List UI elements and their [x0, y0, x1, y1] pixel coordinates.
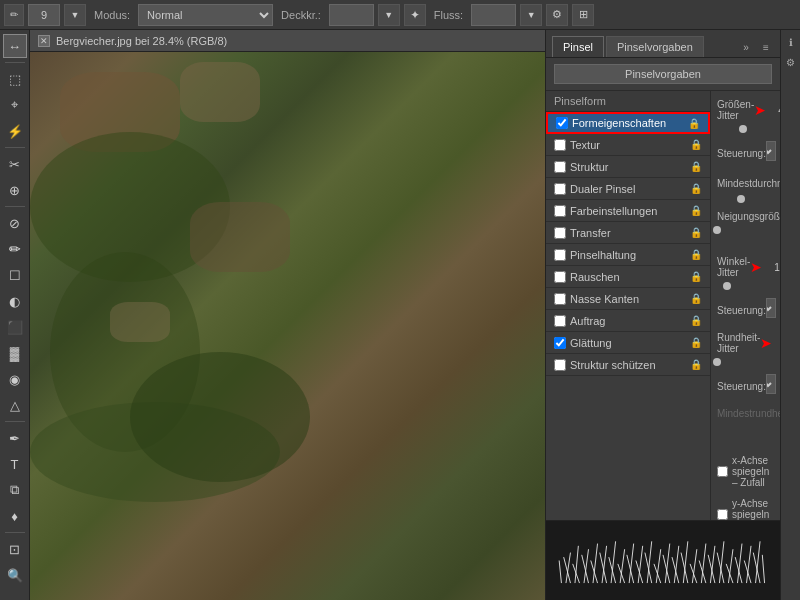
svg-line-38	[726, 564, 733, 583]
tab-pinselvorgaben[interactable]: Pinselvorgaben	[606, 36, 704, 57]
mindestrundheit-label: Mindestrundheit	[717, 408, 780, 419]
brush-preset-btn[interactable]: ✏	[4, 4, 24, 26]
checkbox-y-achse[interactable]	[717, 509, 728, 520]
blur-tool-btn[interactable]: ◉	[3, 367, 27, 391]
option-farbeinstellungen[interactable]: Farbeinstellungen 🔒	[546, 200, 710, 222]
svg-line-39	[737, 544, 742, 584]
checkbox-x-achse[interactable]	[717, 466, 728, 477]
checkbox-rauschen[interactable]	[554, 271, 566, 283]
steuerung1-select[interactable]: Zeichenstift-Druck Aus Verblassen	[766, 141, 776, 161]
svg-line-25	[674, 546, 679, 583]
option-glaettung[interactable]: Glättung 🔒	[546, 332, 710, 354]
label-rauschen: Rauschen	[570, 271, 686, 283]
path-select-btn[interactable]: ⧉	[3, 478, 27, 502]
brush-tool-btn[interactable]: ✏	[3, 237, 27, 261]
fluss-input[interactable]: 100%	[471, 4, 516, 26]
steuerung2-row: Steuerung: Aus Zeichenstift-Druck	[717, 298, 774, 322]
view-tool-btn[interactable]: ⊡	[3, 537, 27, 561]
option-struktur[interactable]: Struktur 🔒	[546, 156, 710, 178]
canvas-close-btn[interactable]: ✕	[38, 35, 50, 47]
eraser-tool-btn[interactable]: ⬛	[3, 315, 27, 339]
checkbox-transfer[interactable]	[554, 227, 566, 239]
svg-line-17	[638, 546, 643, 583]
x-achse-row: x-Achse spiegeln – Zufall	[717, 455, 774, 488]
option-formeigenschaften[interactable]: Formeigenschaften 🔒	[546, 112, 710, 134]
svg-line-26	[672, 557, 679, 583]
svg-line-41	[747, 546, 752, 583]
checkbox-struktur[interactable]	[554, 161, 566, 173]
canvas-title-bar: ✕ Bergviecher.jpg bei 28.4% (RGB/8)	[30, 30, 545, 52]
y-achse-row: y-Achse spiegeln – Zufall	[717, 498, 774, 520]
healing-tool-btn[interactable]: ⊘	[3, 211, 27, 235]
pinselvorgaben-btn[interactable]: Pinselvorgaben	[554, 64, 772, 84]
toolbar-separator-5	[5, 532, 25, 533]
checkbox-struktur-schuetzen[interactable]	[554, 359, 566, 371]
svg-line-34	[708, 555, 715, 583]
dodge-tool-btn[interactable]: △	[3, 393, 27, 417]
lock-formeigenschaften: 🔒	[688, 118, 700, 129]
presets-btn-row: Pinselvorgaben	[546, 58, 780, 91]
tab-pinsel[interactable]: Pinsel	[552, 36, 604, 57]
red-arrow-winkel: ➤	[750, 259, 762, 275]
brush-preview	[546, 520, 780, 600]
option-nasse-kanten[interactable]: Nasse Kanten 🔒	[546, 288, 710, 310]
steuerung1-label: Steuerung:	[717, 148, 762, 159]
far-right-info-btn[interactable]: ℹ	[783, 34, 799, 50]
pen-tool-btn[interactable]: ✒	[3, 426, 27, 450]
steuerung2-select[interactable]: Aus Zeichenstift-Druck	[766, 298, 776, 318]
checkbox-nasse-kanten[interactable]	[554, 293, 566, 305]
y-achse-label: y-Achse spiegeln – Zufall	[732, 498, 774, 520]
svg-line-16	[627, 555, 634, 583]
zoom-tool-btn[interactable]: 🔍	[3, 563, 27, 587]
checkbox-formeigenschaften[interactable]	[556, 117, 568, 129]
clone-tool-btn[interactable]: ☐	[3, 263, 27, 287]
deckr-dropdown-btn[interactable]: ▼	[378, 4, 400, 26]
deckr-input[interactable]: 100%	[329, 4, 374, 26]
option-pinselhaltung[interactable]: Pinselhaltung 🔒	[546, 244, 710, 266]
tablet-btn[interactable]: ⊞	[572, 4, 594, 26]
option-transfer[interactable]: Transfer 🔒	[546, 222, 710, 244]
option-auftrag[interactable]: Auftrag 🔒	[546, 310, 710, 332]
checkbox-pinselhaltung[interactable]	[554, 249, 566, 261]
move-tool-btn[interactable]: ↔	[3, 34, 27, 58]
brush-shape-btn[interactable]: ▼	[64, 4, 86, 26]
checkbox-dualer-pinsel[interactable]	[554, 183, 566, 195]
canvas-title: Bergviecher.jpg bei 28.4% (RGB/8)	[56, 35, 227, 47]
far-right-panel: ℹ ⚙	[780, 30, 800, 600]
airbrush-btn[interactable]: ✦	[404, 4, 426, 26]
left-options: Pinselform Formeigenschaften 🔒 Textur 🔒 …	[546, 91, 711, 520]
neigungs-label: Neigungsgröße	[717, 211, 780, 222]
svg-line-18	[636, 561, 643, 584]
checkbox-glaettung[interactable]	[554, 337, 566, 349]
gradient-tool-btn[interactable]: ▓	[3, 341, 27, 365]
magic-wand-tool-btn[interactable]: ⚡	[3, 119, 27, 143]
far-right-tool-btn[interactable]: ⚙	[783, 54, 799, 70]
history-brush-btn[interactable]: ◐	[3, 289, 27, 313]
checkbox-auftrag[interactable]	[554, 315, 566, 327]
option-struktur-schuetzen[interactable]: Struktur schützen 🔒	[546, 354, 710, 376]
steuerung3-select[interactable]: Aus Zeichenstift-Druck	[766, 374, 776, 394]
text-tool-btn[interactable]: T	[3, 452, 27, 476]
panel-menu-icon[interactable]: ≡	[758, 39, 774, 55]
groessen-jitter-label: Größen-Jitter	[717, 99, 754, 121]
checkbox-farbeinstellungen[interactable]	[554, 205, 566, 217]
marquee-tool-btn[interactable]: ⬚	[3, 67, 27, 91]
fluss-dropdown-btn[interactable]: ▼	[520, 4, 542, 26]
modus-select[interactable]: Normal Multiplizieren Negativ multiplizi…	[138, 4, 273, 26]
option-dualer-pinsel[interactable]: Dualer Pinsel 🔒	[546, 178, 710, 200]
brush-size-input[interactable]: 9	[28, 4, 60, 26]
stylus-btn[interactable]: ⚙	[546, 4, 568, 26]
lasso-tool-btn[interactable]: ⌖	[3, 93, 27, 117]
shape-tool-btn[interactable]: ♦	[3, 504, 27, 528]
lock-auftrag: 🔒	[690, 315, 702, 326]
checkbox-textur[interactable]	[554, 139, 566, 151]
option-rauschen[interactable]: Rauschen 🔒	[546, 266, 710, 288]
label-struktur-schuetzen: Struktur schützen	[570, 359, 686, 371]
brush-preview-svg	[546, 521, 780, 600]
svg-line-11	[611, 541, 616, 583]
crop-tool-btn[interactable]: ✂	[3, 152, 27, 176]
eyedropper-tool-btn[interactable]: ⊕	[3, 178, 27, 202]
canvas-image[interactable]	[30, 52, 545, 600]
option-textur[interactable]: Textur 🔒	[546, 134, 710, 156]
panel-expand-icon[interactable]: »	[738, 39, 754, 55]
